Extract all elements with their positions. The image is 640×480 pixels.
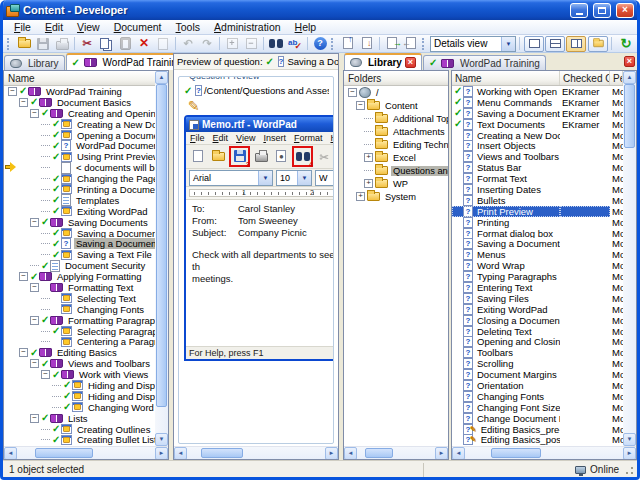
toolbar-grip[interactable] (331, 38, 335, 50)
menu-file[interactable]: File (186, 133, 209, 143)
list-row[interactable]: MenusModify (452, 249, 623, 260)
tree-item[interactable]: ✓Saving a Document (4, 238, 155, 249)
tree-item[interactable]: ✓Exiting WordPad (4, 206, 155, 217)
menu-view[interactable]: View (70, 21, 107, 33)
tree-item[interactable]: −✓WordPad Training (4, 86, 155, 97)
expand-minus-icon[interactable]: − (30, 414, 39, 423)
column-header-checked-ou[interactable]: Checked Ou...▼ (560, 71, 610, 85)
view-single-button[interactable] (524, 36, 544, 52)
maximize-button[interactable] (593, 3, 611, 18)
list-row[interactable]: ScrollingModify (452, 358, 623, 369)
scroll-track[interactable] (93, 447, 155, 459)
tree-item[interactable]: Additional Topics (344, 112, 448, 125)
scroll-left-button[interactable]: ◄ (344, 447, 357, 460)
tree-item[interactable]: −/ (344, 86, 448, 99)
refresh-button[interactable]: ↻ (616, 36, 636, 52)
list-row[interactable]: Change Document FormatsModify (452, 413, 623, 424)
menu-administration[interactable]: Administration (207, 21, 288, 33)
tree-item[interactable]: Centering a Paragraph (4, 336, 155, 347)
tree-item[interactable]: −✓Saving Documents (4, 217, 155, 228)
list-row[interactable]: BulletsModify (452, 195, 623, 206)
tree-item[interactable]: −✓Formatting Paragraphs (4, 315, 155, 326)
scroll-right-button[interactable]: ► (623, 447, 636, 460)
list-row[interactable]: Insert ObjectsModify (452, 140, 623, 151)
tree-item[interactable]: +Excel (344, 151, 448, 164)
tree-item[interactable]: ✓Templates (4, 195, 155, 206)
tree-item[interactable]: −✓Creating and Opening Documen (4, 108, 155, 119)
new-button[interactable] (189, 148, 207, 165)
scroll-thumb[interactable] (491, 448, 541, 458)
scroll-right-button[interactable]: ► (435, 447, 448, 460)
close-pane-button[interactable]: × (624, 56, 635, 67)
tab-library[interactable]: Library (4, 55, 65, 70)
expand-plus-icon[interactable]: + (364, 179, 373, 188)
tree-item[interactable]: +WP (344, 177, 448, 190)
list-row[interactable]: Word WrapModify (452, 260, 623, 271)
list-row[interactable]: ✓Working with Open Docu...EKramerModify (452, 86, 623, 97)
list-row[interactable]: Entering TextModify (452, 282, 623, 293)
menu-edit[interactable]: Edit (38, 21, 70, 33)
list-row[interactable]: ✎Editing Basics_pre-assess...Modify (452, 424, 623, 435)
open-button[interactable] (15, 36, 33, 52)
menu-edit[interactable]: Edit (209, 133, 233, 143)
tree-item[interactable]: ✓WordPad Documents (4, 140, 155, 151)
chevron-down-icon[interactable]: ▼ (258, 171, 272, 185)
tree-item[interactable]: ✓Selecting Paragraph Text (4, 326, 155, 337)
scroll-up-button[interactable]: ▲ (623, 71, 636, 84)
print-preview-button[interactable]: ● (272, 148, 290, 165)
tree-item[interactable]: −✓Editing Basics (4, 347, 155, 358)
list-vertical-scrollbar[interactable]: ▲ ▼ (623, 71, 636, 446)
resize-grip[interactable] (623, 464, 635, 476)
scroll-right-button[interactable]: ► (325, 447, 338, 460)
scroll-left-button[interactable]: ◄ (174, 447, 187, 460)
tree-item[interactable]: ✓Opening a Document (4, 130, 155, 141)
toolbar-grip-2[interactable] (422, 38, 426, 50)
tree-item[interactable]: < documents will be inserte (4, 162, 155, 173)
expand-minus-icon[interactable]: − (30, 109, 39, 118)
tree-item[interactable]: ✓Changing the Page Setup (4, 173, 155, 184)
menu-tools[interactable]: Tools (169, 21, 208, 33)
expand-minus-icon[interactable]: − (356, 101, 365, 110)
menu-format[interactable]: Format (290, 133, 327, 143)
list-row[interactable]: Deleting TextModify (452, 326, 623, 337)
scroll-track[interactable] (393, 447, 435, 459)
column-header-name[interactable]: Name (452, 71, 560, 85)
expand-minus-icon[interactable]: − (19, 98, 28, 107)
tree-column-header[interactable]: Name (4, 71, 155, 86)
scroll-track[interactable] (623, 148, 636, 433)
cut-button[interactable]: ✂ (78, 36, 96, 52)
list-row[interactable]: ✎Editing Basics_post-assess...Modify (452, 435, 623, 446)
menu-file[interactable]: File (7, 21, 38, 33)
spelling-button[interactable]: ab✓ (286, 36, 304, 52)
expand-plus-icon[interactable]: + (364, 153, 373, 162)
copy-button[interactable] (97, 36, 115, 52)
expand-minus-icon[interactable]: − (30, 316, 39, 325)
tree-item[interactable]: −✓Document Basics (4, 97, 155, 108)
column-header-per[interactable]: Per (610, 71, 623, 85)
save-button[interactable]: 3 (229, 146, 250, 167)
view-split-vertical-button[interactable] (566, 36, 586, 52)
tree-item[interactable]: ✓Hiding and Displaying th (4, 391, 155, 402)
chevron-down-icon[interactable]: ▼ (501, 37, 515, 51)
list-row[interactable]: Document MarginsModify (452, 369, 623, 380)
export-button[interactable]: ← (402, 36, 420, 52)
scroll-thumb[interactable] (156, 84, 167, 407)
font-name-combobox[interactable]: Arial ▼ (189, 170, 273, 186)
expand-minus-icon[interactable]: − (19, 348, 28, 357)
list-horizontal-scrollbar[interactable]: ◄ ► (452, 446, 636, 459)
question-path-row[interactable]: ✓ /Content/Questions and Assessments/Sa.… (184, 85, 329, 96)
list-row[interactable]: ✓Saving a DocumentEKramerModify (452, 108, 623, 119)
tree-item[interactable]: ✓Document Security (4, 260, 155, 271)
tab-library[interactable]: Library× (344, 53, 422, 70)
menu-help[interactable]: Help (326, 133, 334, 143)
folder-up-button[interactable] (588, 36, 608, 52)
list-row[interactable]: PrintingModify (452, 217, 623, 228)
charset-combobox[interactable]: W (315, 170, 334, 186)
tree-vertical-scrollbar[interactable]: ▲ ▼ (155, 71, 168, 446)
toolbar-grip[interactable] (7, 38, 11, 50)
folders-header[interactable]: Folders (344, 71, 448, 86)
minimize-button[interactable] (570, 3, 588, 18)
tree-item[interactable]: −✓Work with Views (4, 369, 155, 380)
tree-item[interactable]: Attachments (344, 125, 448, 138)
tree-item[interactable]: ✓Using Print Preview (4, 151, 155, 162)
